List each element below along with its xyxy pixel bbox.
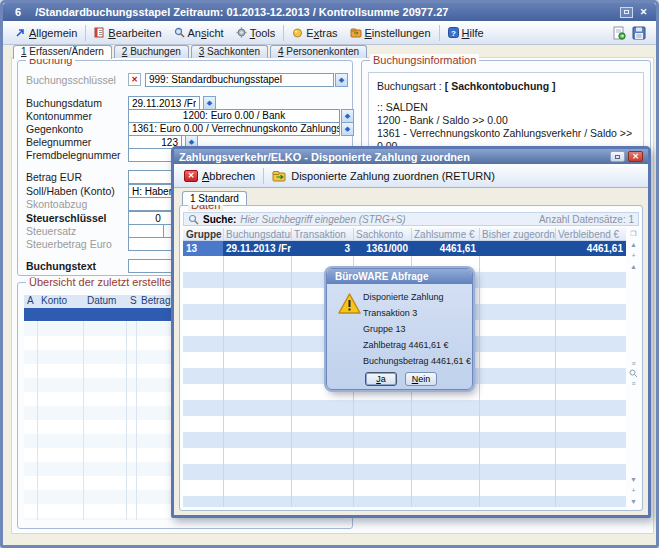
buchungsdatum-label: Buchungsdatum (26, 97, 102, 109)
menu-extras[interactable]: Extras (286, 25, 343, 41)
msgbox-title: BüroWARE Abfrage (327, 269, 472, 284)
dialog-title: Zahlungsverkehr/ELKO - Disponierte Zahlu… (179, 151, 607, 163)
dialog-toolbar: ✕ Abbrechen Disponierte Zahlung zuordnen… (174, 164, 648, 188)
main-titlebar: 6 /Standardbuchungsstapel Zeitraum: 01.2… (3, 3, 656, 21)
col-konto[interactable]: Konto (41, 295, 67, 306)
dialog-tab-standard[interactable]: 1 Standard (182, 191, 247, 205)
cell-bisher (479, 241, 555, 256)
cell-zahlsumme: 4461,61 (411, 241, 479, 256)
arrow-ne-icon (15, 27, 26, 38)
save-icon[interactable] (632, 26, 646, 40)
col-s[interactable]: S (130, 295, 137, 306)
bueroware-msgbox: BüroWARE Abfrage Disponierte Zahlung Tra… (326, 268, 473, 390)
belegnummer-label: Belegnummer (26, 136, 91, 148)
tab-sachkonten[interactable]: 3 Sachkonten (191, 45, 268, 58)
kontonummer-combo[interactable]: 1200: Euro 0.00 / Bank ◆ (128, 109, 354, 123)
fremdbelegnummer-label: Fremdbelegnummer (26, 149, 121, 161)
buchungsdatum-input[interactable] (128, 96, 200, 110)
copy-window-icon[interactable]: ❐ (630, 228, 636, 239)
dialog-titlebar: Zahlungsverkehr/ELKO - Disponierte Zahlu… (174, 149, 648, 164)
restore-icon[interactable] (620, 7, 633, 18)
betrag-label: Betrag EUR (26, 171, 82, 183)
col-a[interactable]: A (27, 295, 34, 306)
column-options-icon[interactable]: ≡ (631, 358, 635, 369)
clear-icon[interactable]: ✕ (128, 73, 141, 86)
combo-dropdown-icon[interactable]: ◆ (335, 73, 348, 87)
main-window: 6 /Standardbuchungsstapel Zeitraum: 01.2… (0, 0, 659, 548)
tab-erfassen-aendern[interactable]: 1 Erfassen/Ändern (13, 45, 112, 59)
window-title: /Standardbuchungsstapel Zeitraum: 01.201… (35, 6, 616, 18)
salden-header: :: SALDEN (377, 101, 635, 114)
window-number: 6 (15, 6, 21, 18)
tab-personenkonten[interactable]: 4 Personenkonten (270, 45, 367, 58)
filter-icon[interactable]: ≡ (631, 378, 635, 389)
cell-verbleibend: 4461,61 (555, 241, 626, 256)
menu-hilfe[interactable]: ? Hilfe (442, 25, 490, 41)
close-icon[interactable]: ✕ (637, 7, 650, 18)
cell-gruppe: 13 (183, 241, 223, 256)
menu-bearbeiten[interactable]: Bearbeiten (88, 25, 167, 41)
zuordnen-button[interactable]: Disponierte Zahlung zuordnen (RETURN) (267, 167, 500, 184)
menu-separator (283, 25, 284, 41)
scroll-up-icon[interactable]: ▲ (630, 261, 637, 272)
steuersatz-label: Steuersatz (26, 225, 76, 237)
cell-sachkonto: 1361/000 (353, 241, 411, 256)
scroll-add2-icon[interactable]: + (631, 485, 635, 496)
svg-text:?: ? (451, 29, 456, 38)
saldo-line: 1200 - Bank / Saldo >> 0.00 (377, 114, 635, 127)
msgbox-line: Transaktion 3 (363, 308, 417, 318)
combo-dropdown-icon[interactable]: ◆ (341, 109, 354, 123)
menu-bar: Allgemein Bearbeiten Ansicht Tools Extra… (3, 21, 656, 45)
buchungsschluessel-combo[interactable]: 999: Standardbuchungsstapel ◆ (145, 73, 348, 87)
abbrechen-button[interactable]: ✕ Abbrechen (179, 168, 260, 184)
nein-button[interactable]: Nein (405, 372, 437, 386)
sollhaben-label: Soll/Haben (Konto) (26, 185, 115, 197)
new-document-icon[interactable] (612, 26, 626, 40)
cell-transaktion: 3 (291, 241, 353, 256)
search-placeholder[interactable]: Hier Suchbegriff eingeben (STRG+S) (240, 214, 535, 225)
toolbar-separator (263, 168, 264, 184)
table-search-icon[interactable] (629, 369, 638, 378)
menu-separator (85, 25, 86, 41)
combo-dropdown-icon[interactable]: ◆ (203, 96, 216, 110)
ja-button[interactable]: Ja (365, 372, 397, 386)
search-icon (188, 214, 199, 225)
scroll-add-icon[interactable]: + (631, 250, 635, 261)
edit-icon (94, 27, 105, 38)
assign-folder-icon (272, 169, 287, 182)
tab-buchungen[interactable]: 2 Buchungen (114, 45, 189, 58)
combo-dropdown-icon[interactable]: ◆ (341, 122, 354, 136)
record-count: Anzahl Datensätze: 1 (539, 214, 634, 225)
dialog-restore-icon[interactable] (610, 151, 625, 162)
scroll-down-icon[interactable]: ▼ (630, 474, 637, 485)
menu-allgemein[interactable]: Allgemein (9, 25, 83, 41)
msgbox-line: Disponierte Zahlung (363, 292, 444, 302)
buchungsinfo-legend: Buchungsinformation (370, 54, 479, 66)
gegenkonto-label: Gegenkonto (26, 123, 83, 135)
col-datum[interactable]: Datum (87, 295, 116, 306)
scroll-bottom-icon[interactable]: ▼ (630, 496, 637, 507)
steuersatz-input[interactable] (128, 224, 164, 238)
buchungsart-label: Buchungsart : (377, 80, 445, 92)
cancel-x-icon: ✕ (184, 170, 198, 182)
scroll-top-icon[interactable]: ▲ (630, 239, 637, 250)
menu-separator (439, 25, 440, 41)
msgbox-line: Gruppe 13 (363, 324, 406, 334)
buchungstext-label: Buchungstext (26, 260, 96, 272)
skontoabzug-label: Skontoabzug (26, 198, 87, 210)
warning-icon (338, 293, 361, 314)
dialog-close-icon[interactable]: ✕ (628, 151, 643, 162)
gegenkonto-combo[interactable]: 1361: Euro 0.00 / Verrechnungskonto Zahl… (128, 122, 354, 136)
kontonummer-label: Kontonummer (26, 110, 92, 122)
magnifier-icon (174, 27, 185, 38)
steuerbetrag-label: Steuerbetrag Euro (26, 238, 112, 250)
menu-tools[interactable]: Tools (230, 25, 282, 41)
msgbox-line: Buchungsbetrag 4461,61 € (363, 356, 471, 366)
dialog-selected-row[interactable]: 13 29.11.2013 /Fr 3 1361/000 4461,61 446… (183, 241, 626, 256)
settings-icon (350, 27, 362, 38)
search-bar[interactable]: Suche: Hier Suchbegriff eingeben (STRG+S… (183, 212, 639, 226)
cell-buchungsdatum: 29.11.2013 /Fr (223, 241, 291, 256)
menu-ansicht[interactable]: Ansicht (168, 25, 230, 41)
menu-einstellungen[interactable]: Einstellungen (344, 25, 437, 41)
extras-icon (292, 27, 303, 38)
